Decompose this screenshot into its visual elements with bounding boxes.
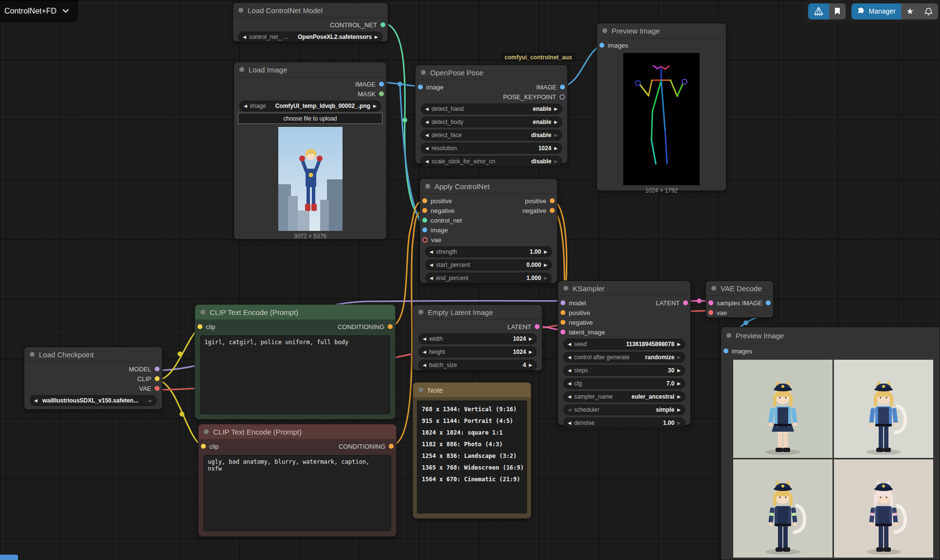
comfyui-canvas[interactable]: Load ControlNet Model CONTROL_NET ◀contr… (0, 0, 940, 560)
widget-denoise[interactable]: ◀denoise1.00▶ (563, 418, 685, 428)
output-port-pose-keypoint[interactable]: POSE_KEYPOINT (503, 93, 565, 101)
widget-arrow-right[interactable]: ▶ (677, 342, 681, 347)
output-port-clip[interactable]: CLIP (137, 375, 160, 383)
node-load-checkpoint[interactable]: Load Checkpoint MODEL CLIP VAE ◀waiIllus… (24, 347, 163, 410)
widget-scheduler[interactable]: ◀schedulersimple▶ (563, 404, 685, 415)
manager-button[interactable]: Manager (851, 3, 901, 19)
output-port-control-net[interactable]: CONTROL_NET (330, 21, 385, 29)
collapse-dot[interactable] (30, 352, 35, 357)
widget-arrow-right[interactable]: ▶ (544, 276, 547, 280)
collapse-dot[interactable] (421, 70, 426, 75)
widget-resolution[interactable]: ◀resolution1024▶ (421, 143, 562, 154)
node-clip-text-encode-negative[interactable]: CLIP Text Encode (Prompt) clip CONDITION… (198, 424, 397, 537)
widget-sampler-name[interactable]: ◀sampler_nameeuler_ancestral▶ (563, 391, 685, 402)
widget-arrow-right[interactable]: ▶ (677, 381, 681, 386)
prompt-textarea[interactable]: ugly, bad anatomy, blurry, watermark, ca… (203, 455, 391, 531)
pose-keypoint-dot[interactable] (560, 94, 565, 100)
favorites-button[interactable]: ★ (901, 3, 919, 19)
widget-strength[interactable]: ◀strength1.00▶ (425, 246, 552, 257)
clip-dot[interactable] (201, 444, 206, 449)
latent-dot[interactable] (683, 300, 688, 305)
model-dot[interactable] (155, 367, 160, 371)
node-ksampler[interactable]: KSampler model LATENT positive negative … (558, 280, 691, 425)
bottom-left-blue-bar[interactable] (0, 555, 18, 560)
widget-arrow-right[interactable]: ▶ (554, 159, 558, 164)
note-textarea[interactable]: 768 x 1344: Vertical (9:16)915 x 1144: P… (417, 401, 527, 513)
output-port-negative[interactable]: negative (523, 207, 555, 214)
widget-arrow-left[interactable]: ◀ (425, 146, 429, 151)
widget-cfg[interactable]: ◀cfg7.0▶ (563, 378, 685, 389)
widget-arrow-right[interactable]: ▶ (554, 133, 558, 138)
negative-dot[interactable] (560, 320, 565, 325)
images-dot[interactable] (723, 349, 728, 353)
vae-dot[interactable] (155, 386, 160, 391)
node-vae-decode[interactable]: VAE Decode samples IMAGE vae (705, 280, 774, 318)
widget-arrow-left[interactable]: ◀ (568, 342, 571, 347)
negative-dot[interactable] (550, 208, 555, 213)
output-port-mask[interactable]: MASK (358, 90, 384, 98)
collapse-dot[interactable] (418, 387, 423, 392)
input-port-images[interactable]: images (723, 348, 752, 355)
widget-arrow-left[interactable]: ◀ (568, 355, 571, 360)
output-port-image[interactable]: IMAGE (536, 84, 565, 91)
output-port-image[interactable]: IMAGE (355, 81, 384, 88)
positive-dot[interactable] (422, 198, 427, 203)
widget-arrow-left[interactable]: ◀ (425, 159, 429, 164)
collapse-dot[interactable] (711, 286, 716, 291)
node-apply-controlnet[interactable]: Apply ControlNet positive positive negat… (419, 178, 558, 283)
widget-arrow-left[interactable]: ◀ (568, 394, 571, 399)
widget-arrow-left[interactable]: ◀ (568, 420, 571, 425)
images-dot[interactable] (599, 43, 604, 48)
conditioning-dot[interactable] (389, 444, 394, 449)
output-port-image[interactable]: IMAGE (742, 299, 771, 307)
collapse-dot[interactable] (204, 429, 209, 434)
input-port-negative[interactable]: negative (560, 319, 593, 326)
widget-arrow-left[interactable]: ◀ (425, 120, 429, 124)
widget-image[interactable]: ◀imageComfyUI_temp_ldvqb_00002_.png▶ (239, 101, 381, 111)
widget-arrow-right[interactable]: ▶ (554, 106, 558, 111)
samples-dot[interactable] (708, 300, 713, 305)
widget-width[interactable]: ◀width1024▶ (418, 333, 537, 344)
widget-arrow-left[interactable]: ◀ (430, 249, 433, 254)
input-port-image[interactable]: image (418, 84, 443, 91)
vae-dot[interactable] (708, 310, 713, 315)
latent-dot[interactable] (535, 324, 540, 329)
model-dot[interactable] (560, 300, 565, 305)
collapse-dot[interactable] (563, 286, 568, 291)
widget-arrow-right[interactable]: ▶ (529, 350, 532, 354)
output-port-vae[interactable]: VAE (139, 385, 160, 392)
widget-batch-size[interactable]: ◀batch_size4▶ (418, 360, 537, 370)
input-port-clip[interactable]: clip (201, 443, 219, 450)
input-port-clip[interactable]: clip (198, 323, 216, 331)
latent-image-dot[interactable] (560, 330, 565, 334)
widget-arrow-right[interactable]: ▶ (554, 120, 558, 124)
widget-control-net-[interactable]: ◀control_net_ ...OpenPoseXL2.safetensors… (238, 32, 382, 42)
output-port-model[interactable]: MODEL (129, 366, 160, 373)
image-dot[interactable] (418, 85, 423, 89)
widget-detect-face[interactable]: ◀detect_facedisable▶ (421, 130, 562, 140)
widget-scale-stick-for-xinsr-cn[interactable]: ◀scale_stick_for_xinsr_cndisable▶ (421, 156, 562, 167)
prompt-textarea[interactable]: 1girl, catgirl, police uniform, full bod… (200, 335, 390, 414)
collapse-dot[interactable] (602, 28, 607, 33)
output-port-latent[interactable]: LATENT (507, 323, 540, 331)
node-note[interactable]: Note 768 x 1344: Vertical (9:16)915 x 11… (413, 382, 531, 519)
input-port-negative[interactable]: negative (422, 207, 454, 214)
widget-start-percent[interactable]: ◀start_percent0.000▶ (425, 260, 552, 270)
widget-arrow-right[interactable]: ▶ (677, 394, 681, 399)
image-dot[interactable] (560, 85, 565, 89)
choose-file-button[interactable]: choose file to upload (238, 113, 382, 124)
image-dot[interactable] (379, 82, 384, 87)
input-port-latent-image[interactable]: latent_image (560, 329, 605, 336)
input-port-vae[interactable]: vae (422, 236, 441, 244)
input-port-image[interactable]: image (422, 227, 448, 234)
widget-arrow-right[interactable]: ▶ (554, 146, 558, 151)
output-port-conditioning[interactable]: CONDITIONING (338, 323, 393, 331)
vae-dot[interactable] (422, 237, 428, 243)
collapse-dot[interactable] (238, 8, 243, 13)
widget-arrow-left[interactable]: ◀ (568, 368, 571, 373)
widget-end-percent[interactable]: ◀end_percent1.000▶ (425, 273, 552, 283)
workflows-button[interactable] (808, 3, 829, 19)
negative-dot[interactable] (422, 208, 427, 213)
image-dot[interactable] (766, 300, 771, 305)
node-load-controlnet[interactable]: Load ControlNet Model CONTROL_NET ◀contr… (233, 2, 388, 42)
